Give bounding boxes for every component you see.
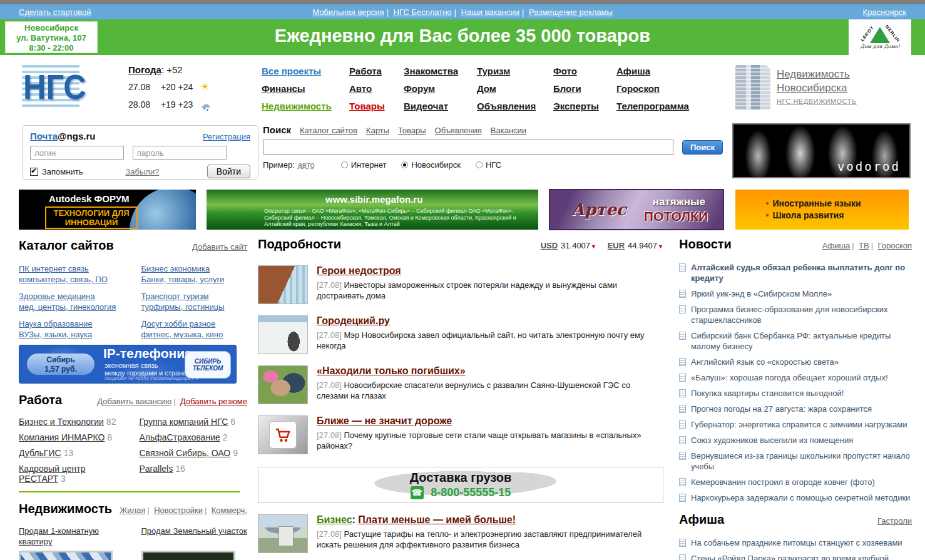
usd-rate-link[interactable]: USD (541, 241, 558, 250)
autodesk-banner[interactable]: Autodesk ФОРУМ ТЕХНОЛОГИИ ДЛЯ ИННОВАЦИЙ (19, 190, 196, 230)
nav-link-forum[interactable]: Форум (404, 83, 477, 94)
news-link[interactable]: Губернатор: энергетика справится с зимни… (691, 419, 907, 430)
listing-photo[interactable] (141, 551, 235, 560)
search-tab-goods[interactable]: Товары (398, 126, 426, 135)
news-link[interactable]: Союз художников выселили из помещения (691, 435, 853, 445)
weather-link[interactable]: Погода (128, 64, 161, 75)
news-link[interactable]: Алтайский судья обязал ребенка выплатить… (691, 262, 912, 283)
afisha-link[interactable]: На собачьем празднике питомцы станцуют с… (691, 537, 902, 548)
nav-link-blogi[interactable]: Блоги (553, 83, 616, 94)
radio-ngs[interactable] (476, 161, 483, 168)
search-tab-catalog[interactable]: Каталог сайтов (300, 126, 357, 135)
listing-link[interactable]: Продам 1-комнатную квартиру (19, 526, 125, 547)
news-link[interactable]: Наркокурьера задержали с помощью секретн… (691, 492, 910, 503)
artes-ceilings-banner[interactable]: Артес натяжные ПОТОЛКИ (549, 189, 724, 230)
catalog-group-title[interactable]: Здоровье медицина (19, 291, 125, 302)
news-link[interactable]: Сибирский банк Сбербанка РФ: актуальные … (691, 330, 912, 352)
catalog-group-sublinks[interactable]: фитнес, музыка, кино (141, 330, 223, 339)
krasnoyarsk-city-link[interactable]: Красноярск (863, 8, 906, 17)
nav-link-vse-proekty[interactable]: Все проекты (262, 66, 349, 76)
listing-photo[interactable] (19, 551, 113, 560)
news-link[interactable]: Прогноз погоды на 27 августа: жара сохра… (691, 404, 872, 414)
ad-placement-link[interactable]: Размещение рекламы (529, 8, 613, 17)
nav-link-eksperty[interactable]: Эксперты (553, 101, 616, 111)
catalog-group-title[interactable]: ПК интернет связь (19, 263, 125, 274)
employer-link[interactable]: Кадровый центр РЕСТАРТ (19, 464, 85, 484)
login-input[interactable] (30, 146, 124, 160)
article-title-link[interactable]: Плати меньше — имей больше! (358, 514, 516, 525)
employer-link[interactable]: АльфаСтрахование (140, 432, 220, 442)
search-tab-classifieds[interactable]: Объявления (435, 126, 482, 135)
nav-link-teleprogramma[interactable]: Телепрограмма (616, 101, 704, 111)
nav-link-tovary[interactable]: Товары (349, 101, 404, 111)
nav-link-nedvizhimost[interactable]: Недвижимость (262, 101, 349, 111)
article-title-link[interactable]: Ближе — не значит дороже (317, 415, 452, 426)
catalog-group-sublinks[interactable]: компьютеры, связь, ПО (19, 275, 108, 284)
nav-link-videochat[interactable]: Видеочат (404, 101, 477, 111)
employer-link[interactable]: Компания ИНМАРКО (19, 432, 105, 442)
nav-link-turizm[interactable]: Туризм (477, 66, 553, 76)
catalog-group-sublinks[interactable]: мед. центры, гинекология (19, 302, 116, 312)
nav-link-obyavleniya[interactable]: Объявления (477, 101, 553, 111)
nav-link-finansy[interactable]: Финансы (262, 83, 349, 94)
news-link[interactable]: «Балуш»: хорошая погода обещает хороший … (691, 372, 888, 383)
article-title-link[interactable]: Городецкий.ру (317, 315, 390, 326)
business-section-link[interactable]: Бизнес (317, 514, 352, 525)
employer-link[interactable]: Связной Сибирь, ОАО (140, 448, 231, 458)
mobile-version-link[interactable]: Мобильная версия (312, 8, 391, 17)
building-photo[interactable] (735, 65, 770, 110)
news-tv-link[interactable]: ТВ (859, 241, 875, 250)
nav-link-goroskop[interactable]: Гороскоп (616, 83, 704, 94)
news-horoscope-link[interactable]: Гороскоп (878, 241, 912, 250)
search-input[interactable] (263, 140, 673, 155)
eur-rate-link[interactable]: EUR (608, 241, 625, 250)
vodorod-band-banner[interactable]: vodorod (732, 123, 911, 178)
mail-link[interactable]: Почта (30, 131, 58, 141)
catalog-group-sublinks[interactable]: ВУЗы, языки, наука (19, 330, 92, 339)
article-thumbnail[interactable] (258, 265, 308, 304)
search-tab-vacancies[interactable]: Вакансии (491, 126, 526, 135)
megafon-banner[interactable]: www.sibir.megafon.ru Оператор связи – ОА… (207, 190, 538, 230)
news-link[interactable]: Программа бизнес-образования для новосиб… (691, 304, 912, 325)
news-afisha-link[interactable]: Афиша (822, 241, 856, 250)
article-thumbnail[interactable] (258, 514, 308, 553)
realty-commercial-link[interactable]: Коммерч. (212, 506, 247, 515)
catalog-group-sublinks[interactable]: Банки, товары, услуги (141, 275, 225, 284)
cargo-delivery-banner[interactable]: Доставка грузов ☎ 8-800-55555-15 (258, 467, 663, 503)
nav-link-znakomstva[interactable]: Знакомства (404, 66, 477, 76)
ngs-realty-link[interactable]: НГС.НЕДВИЖИМОСТЬ (777, 98, 857, 105)
our-vacancies-link[interactable]: Наши вакансии (461, 8, 527, 17)
language-school-banner[interactable]: Иностранные языки Школа развития (735, 190, 909, 230)
ip-telephony-banner[interactable]: Сибирь 1,57 руб. IP-телефония экономная … (19, 345, 237, 384)
news-link[interactable]: Английский язык со «скоростью света» (691, 357, 839, 367)
news-link[interactable]: Кемеровчанин построил в огороде ковчег (… (691, 477, 875, 487)
news-link[interactable]: Яркий уик-энд в «Сибирском Молле» (691, 288, 832, 299)
radio-internet[interactable] (341, 161, 348, 168)
catalog-group-sublinks[interactable]: турфирмы, гостиницы (141, 302, 225, 312)
nav-link-avto[interactable]: Авто (349, 83, 404, 94)
nav-link-foto[interactable]: Фото (553, 66, 616, 76)
example-link[interactable]: авто (298, 160, 315, 170)
realty-newbuildings-link[interactable]: Новостройки (154, 506, 208, 515)
catalog-group-title[interactable]: Досуг хобби разное (141, 318, 248, 329)
catalog-group-title[interactable]: Бизнес экономика (141, 263, 248, 274)
promo-banner[interactable]: Новосибирск ул. Ватутина, 107 8:30 - 22:… (0, 19, 925, 55)
forgot-password-link[interactable]: Забыли? (125, 167, 159, 176)
ngs-logo[interactable]: НГС (22, 65, 79, 109)
catalog-group-title[interactable]: Транспорт туризм (141, 291, 248, 302)
news-link[interactable]: Покупка квартиры становится выгодной! (691, 388, 844, 399)
employer-link[interactable]: Группа компаний НГС (140, 417, 228, 427)
employer-link[interactable]: ДубльГИС (19, 448, 61, 458)
add-vacancy-link[interactable]: Добавить вакансию (97, 397, 177, 406)
make-startpage-link[interactable]: Сделать стартовой (19, 8, 91, 17)
nav-link-dom[interactable]: Дом (477, 83, 553, 94)
nav-link-rabota[interactable]: Работа (349, 66, 404, 76)
realty-residential-link[interactable]: Жилая (120, 506, 151, 515)
login-button[interactable]: Войти (207, 165, 250, 178)
realty-promo-link[interactable]: Недвижимость (777, 68, 857, 81)
employer-link[interactable]: Parallels (140, 464, 173, 474)
password-input[interactable] (133, 146, 227, 160)
article-title-link[interactable]: Герои недостроя (317, 265, 401, 276)
add-site-link[interactable]: Добавить сайт (192, 240, 247, 255)
realty-promo-link[interactable]: Новосибирска (777, 81, 857, 95)
